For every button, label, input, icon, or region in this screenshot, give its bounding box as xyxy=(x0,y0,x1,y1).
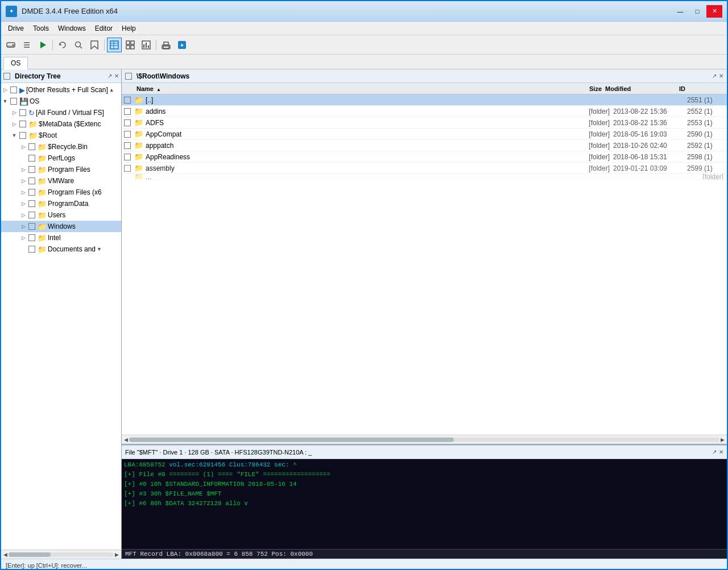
tree-item-other-results[interactable]: ▷ ▶ [Other Results + Full Scan] ▲ xyxy=(1,84,121,96)
file-panel-close-btn[interactable]: ✕ xyxy=(719,73,723,79)
file-cb-assembly[interactable] xyxy=(124,165,131,172)
tree-cb-os[interactable] xyxy=(10,98,17,105)
tree-expand-programfiles[interactable]: ▷ xyxy=(19,166,27,174)
tree-expand-programfiles-x86[interactable]: ▷ xyxy=(19,188,27,196)
tree-expand-os[interactable]: ▼ xyxy=(1,97,9,105)
file-list-rows[interactable]: 📁 [..] 2551 (1) 📁 add xyxy=(122,94,727,435)
file-row-apppatch[interactable]: 📁 apppatch [folder] 2018-10-26 02:40 259… xyxy=(122,140,727,151)
tree-item-users[interactable]: ▷ 📁 Users xyxy=(1,209,121,221)
tree-item-programfiles[interactable]: ▷ 📁 Program Files xyxy=(1,164,121,175)
tree-expand-intel[interactable]: ▷ xyxy=(19,234,27,242)
file-row-assembly[interactable]: 📁 assembly [folder] 2019-01-21 03:09 259… xyxy=(122,163,727,174)
tb-list-btn[interactable] xyxy=(19,38,34,52)
file-hscroll-left[interactable]: ◀ xyxy=(123,437,129,443)
file-cb-parent[interactable] xyxy=(124,97,131,104)
tree-cb-programdata[interactable] xyxy=(28,200,35,207)
file-row-appcompat[interactable]: 📁 AppCompat [folder] 2018-05-16 19:03 25… xyxy=(122,129,727,140)
tree-item-os[interactable]: ▼ 💾 OS xyxy=(1,96,121,107)
tree-cb-metadata[interactable] xyxy=(19,121,26,127)
tree-cb-programfiles-x86[interactable] xyxy=(28,189,35,196)
tb-grid-btn[interactable] xyxy=(123,38,138,52)
tb-bookmark-btn[interactable] xyxy=(87,38,102,52)
tb-drive-btn[interactable] xyxy=(3,38,18,52)
menu-windows[interactable]: Windows xyxy=(53,23,90,34)
tree-expand-other[interactable]: ▷ xyxy=(1,86,9,94)
file-row-appreadiness[interactable]: 📁 AppReadiness [folder] 2018-06-18 15:31… xyxy=(122,151,727,163)
tb-refresh-btn[interactable] xyxy=(55,38,70,52)
close-button[interactable]: ✕ xyxy=(706,5,722,18)
maximize-button[interactable]: □ xyxy=(689,5,705,18)
tb-search-btn[interactable] xyxy=(71,38,86,52)
tree-cb-windows[interactable] xyxy=(28,223,35,230)
file-panel-checkbox[interactable] xyxy=(125,73,132,80)
tree-item-windows[interactable]: ▷ 📁 Windows xyxy=(1,221,121,232)
tb-print-btn[interactable] xyxy=(159,38,173,52)
file-hscroll[interactable]: ◀ ▶ xyxy=(122,435,727,444)
tree-cb-other[interactable] xyxy=(10,86,17,93)
mft-close-btn[interactable]: ✕ xyxy=(719,449,723,455)
tree-item-documents[interactable]: ▷ 📁 Documents and ▼ xyxy=(1,243,121,255)
tree-expand-recycle[interactable]: ▷ xyxy=(19,143,27,151)
tree-cb-vmware[interactable] xyxy=(28,177,35,184)
tree-item-vmware[interactable]: ▷ 📁 VMWare xyxy=(1,175,121,187)
tree-cb-programfiles[interactable] xyxy=(28,166,35,173)
file-row-parent[interactable]: 📁 [..] 2551 (1) xyxy=(122,94,727,106)
file-cb-addins[interactable] xyxy=(124,108,131,115)
tree-expand-programdata[interactable]: ▷ xyxy=(19,200,27,208)
file-cb-appcompat[interactable] xyxy=(124,131,131,138)
minimize-button[interactable]: — xyxy=(672,5,688,18)
tree-hscroll-track[interactable] xyxy=(9,552,114,557)
tree-expand-metadata[interactable]: ▷ xyxy=(10,120,18,128)
file-hscroll-track[interactable] xyxy=(129,437,719,442)
tree-cb-users[interactable] xyxy=(28,212,35,218)
tree-hscroll[interactable]: ◀ ▶ xyxy=(1,550,121,559)
col-header-id[interactable]: ID xyxy=(679,85,719,92)
menu-help[interactable]: Help xyxy=(117,23,140,34)
tree-item-root[interactable]: ▼ 📁 $Root xyxy=(1,130,121,141)
file-row-adfs[interactable]: 📁 ADFS [folder] 2013-08-22 15:36 2553 (1… xyxy=(122,117,727,129)
col-header-name[interactable]: Name ▲ xyxy=(134,85,565,92)
mft-content[interactable]: LBA:6858752 vol.sec:6291456 Clus:786432 … xyxy=(122,459,727,549)
col-header-modified[interactable]: Modified xyxy=(605,85,679,92)
tree-cb-intel[interactable] xyxy=(28,234,35,241)
tree-expand-windows[interactable]: ▷ xyxy=(19,222,27,230)
file-hscroll-thumb[interactable] xyxy=(129,437,454,442)
tree-cb-perflogs[interactable] xyxy=(28,155,35,162)
tree-hscroll-right[interactable]: ▶ xyxy=(114,552,120,557)
menu-tools[interactable]: Tools xyxy=(28,23,53,34)
tree-expand-users[interactable]: ▷ xyxy=(19,211,27,219)
tab-os[interactable]: OS xyxy=(3,57,28,69)
tree-expand-root[interactable]: ▼ xyxy=(10,131,18,139)
tree-cb-all-found[interactable] xyxy=(19,109,26,116)
file-cb-apppatch[interactable] xyxy=(124,142,131,149)
file-panel-expand-btn[interactable]: ↗ xyxy=(712,73,717,79)
tree-item-all-found[interactable]: ▷ ↻ [All Found / Virtual FS] xyxy=(1,107,121,118)
tree-item-programdata[interactable]: ▷ 📁 ProgramData xyxy=(1,198,121,209)
file-row-addins[interactable]: 📁 addins [folder] 2013-08-22 15:36 2552 … xyxy=(122,106,727,117)
menu-editor[interactable]: Editor xyxy=(90,23,117,34)
tree-hscroll-thumb[interactable] xyxy=(9,552,51,557)
tree-item-metadata[interactable]: ▷ 📁 $MetaData ($Extenc xyxy=(1,118,121,130)
tb-play-btn[interactable] xyxy=(35,38,50,52)
file-hscroll-right[interactable]: ▶ xyxy=(719,437,726,443)
tree-item-programfiles-x86[interactable]: ▷ 📁 Program Files (x6 xyxy=(1,187,121,198)
file-cb-appreadiness[interactable] xyxy=(124,154,131,160)
col-header-size[interactable]: Size xyxy=(565,85,605,92)
tree-content[interactable]: ▷ ▶ [Other Results + Full Scan] ▲ ▼ 💾 OS xyxy=(1,83,121,550)
dir-tree-expand-btn[interactable]: ↗ xyxy=(107,73,112,79)
file-row-partial[interactable]: 📁 ... [folder] xyxy=(122,174,727,180)
tb-app-btn[interactable]: ✦ xyxy=(175,38,189,52)
tree-item-intel[interactable]: ▷ 📁 Intel xyxy=(1,232,121,243)
tb-table-btn[interactable] xyxy=(107,38,122,52)
dir-tree-close-btn[interactable]: ✕ xyxy=(114,73,119,79)
tree-expand-vmware[interactable]: ▷ xyxy=(19,177,27,185)
menu-drive[interactable]: Drive xyxy=(3,23,28,34)
tree-cb-root[interactable] xyxy=(19,132,26,139)
tree-cb-documents[interactable] xyxy=(28,246,35,253)
tree-expand-all-found[interactable]: ▷ xyxy=(10,109,18,117)
file-cb-adfs[interactable] xyxy=(124,119,131,126)
tree-item-perflogs[interactable]: ▷ 📁 PerfLogs xyxy=(1,152,121,164)
tree-item-recycle[interactable]: ▷ 📁 $Recycle.Bin xyxy=(1,141,121,152)
dir-tree-checkbox[interactable] xyxy=(3,73,10,80)
mft-expand-btn[interactable]: ↗ xyxy=(712,449,717,455)
